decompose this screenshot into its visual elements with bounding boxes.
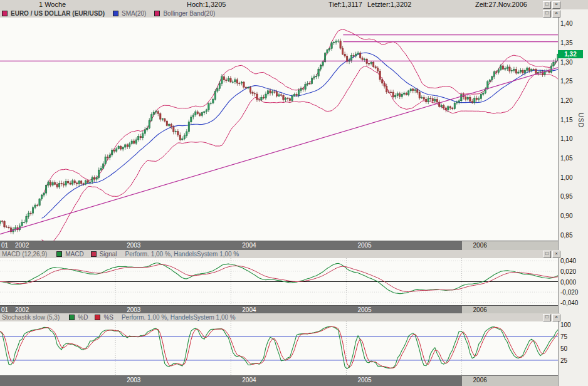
stoch-d-label: %D: [78, 314, 88, 321]
x-axis-year-label: 2005: [357, 242, 371, 249]
stoch-axis-tick: 100: [560, 321, 571, 328]
x-axis-year-label: 01: [1, 306, 8, 313]
signal-label: Signal: [100, 251, 117, 258]
sma-swatch: [113, 11, 118, 16]
price-x-axis: 0120022003200420052006: [0, 241, 558, 251]
stoch-panel-legend: Stochastik slow (5,3) %D %S Perform. 1,0…: [0, 313, 560, 321]
stoch-d-swatch: [69, 315, 75, 320]
price-axis-tick: 1,30: [560, 59, 572, 66]
x-axis-year-label: 2003: [127, 306, 140, 313]
price-axis-tick: 1,40: [560, 20, 572, 27]
sma-layer: [42, 53, 558, 218]
stoch-axis-tick: 25: [560, 357, 567, 364]
x-axis-year-label: 2006: [473, 306, 487, 313]
low-label: Tief:1,3117: [328, 1, 362, 8]
price-axis-tick: 1,05: [560, 155, 572, 162]
last-price-badge: 1,32: [558, 50, 583, 58]
macd-axis-tick: 0,020: [560, 268, 576, 275]
bollinger-swatch: [154, 11, 160, 16]
bollinger-label: Bollinger Band(20): [163, 10, 215, 17]
panel-restore-icon[interactable]: □: [543, 10, 551, 18]
x-axis-year-label: 2003: [127, 242, 140, 249]
x-axis-year-label: 2002: [15, 242, 29, 249]
panel-close-icon[interactable]: ×: [552, 251, 560, 258]
price-axis-tick: 1,25: [560, 78, 572, 85]
sma-label: SMA(20): [122, 10, 146, 17]
macd-x-axis: 0120022003200420052006: [0, 305, 558, 314]
drawn-lines-layer: [0, 35, 558, 234]
stoch-performance-label: Perform. 1,00 %, HandelsSystem 1,00 %: [122, 314, 236, 321]
macd-line: [0, 263, 558, 294]
signal-swatch: [91, 251, 97, 257]
bottom-x-axis: 2003200420052006: [0, 375, 558, 386]
macd-swatch: [56, 251, 62, 257]
price-axis-tick: 1,00: [560, 174, 572, 181]
panel-restore-icon[interactable]: □: [543, 314, 551, 321]
price-panel-buttons: □ ×: [543, 10, 560, 18]
stoch-s-swatch: [95, 315, 100, 320]
signal-line: [0, 264, 558, 291]
macd-axis-tick: -0,040: [560, 300, 578, 306]
macd-title: MACD (12,26,9): [2, 251, 47, 258]
restore-icon[interactable]: □: [543, 1, 551, 9]
trading-chart-window: 1 Woche Hoch:1,3205 Tief:1,3117 Letzter:…: [0, 0, 588, 386]
stoch-axis-tick: 50: [560, 345, 567, 352]
stoch-s-label: %S: [103, 314, 113, 321]
price-axis-tick: 0,85: [560, 232, 572, 239]
macd-axis-tick: -0,020: [560, 289, 578, 296]
x-axis-year-label: 2005: [357, 306, 371, 313]
time-label: Zeit:27.Nov.2006: [475, 1, 527, 8]
x-axis-year-label: 2003: [127, 377, 140, 383]
panel-close-icon[interactable]: ×: [552, 10, 560, 18]
price-axis-tick: 1,15: [560, 117, 572, 123]
panel-close-icon[interactable]: ×: [552, 314, 560, 321]
macd-grid-layer: [0, 258, 558, 305]
instrument-title: EURO / US DOLLAR (EUR/USD): [11, 10, 105, 17]
axis-unit-label: USD: [577, 113, 584, 128]
stoch-s-line: [0, 326, 558, 368]
close-icon[interactable]: ×: [552, 1, 560, 9]
price-axis-tick: 1,20: [560, 97, 572, 104]
x-axis-year-label: 2004: [242, 377, 256, 383]
x-axis-year-label: 2005: [357, 377, 371, 383]
macd-axis-tick: 0,040: [560, 258, 576, 264]
stoch-panel-buttons: □ ×: [543, 314, 560, 321]
macd-axis-tick: 0,000: [560, 279, 576, 286]
x-axis-year-label: 2004: [242, 306, 256, 313]
stoch-chart-plot[interactable]: [0, 321, 558, 375]
panel-restore-icon[interactable]: □: [543, 251, 551, 258]
x-axis-year-label: 2006: [473, 242, 487, 249]
stoch-title: Stochastik slow (5,3): [2, 314, 60, 321]
macd-panel-buttons: □ ×: [543, 251, 560, 258]
price-axis-tick: 1,10: [560, 135, 572, 142]
window-buttons: □ ×: [543, 1, 560, 9]
price-panel-legend: EURO / US DOLLAR (EUR/USD) SMA(20) Bolli…: [0, 9, 560, 18]
high-label: Hoch:1,3205: [187, 1, 226, 8]
last-label: Letzter:1,3202: [367, 1, 411, 8]
stoch-axis-tick: 75: [560, 333, 567, 340]
title-bar: 1 Woche Hoch:1,3205 Tief:1,3117 Letzter:…: [0, 0, 588, 10]
price-axis-tick: 0,90: [560, 212, 572, 219]
macd-performance-label: Perform. 1,00 %, HandelsSystem 1,00 %: [125, 251, 239, 258]
timeframe-label: 1 Woche: [39, 1, 66, 8]
x-axis-year-label: 2002: [15, 306, 29, 313]
price-axis-tick: 0,95: [560, 193, 572, 200]
x-axis-year-label: 01: [1, 242, 8, 249]
x-axis-year-label: 2004: [242, 242, 256, 249]
macd-panel-legend: MACD (12,26,9) MACD Signal Perform. 1,00…: [0, 250, 560, 258]
price-chart-plot[interactable]: [0, 18, 558, 241]
price-series-swatch: [2, 11, 8, 16]
price-axis-tick: 1,35: [560, 39, 572, 46]
macd-label: MACD: [65, 251, 83, 258]
candles-layer: [0, 39, 558, 234]
x-axis-year-label: 2006: [473, 377, 487, 383]
macd-chart-plot[interactable]: [0, 258, 558, 305]
